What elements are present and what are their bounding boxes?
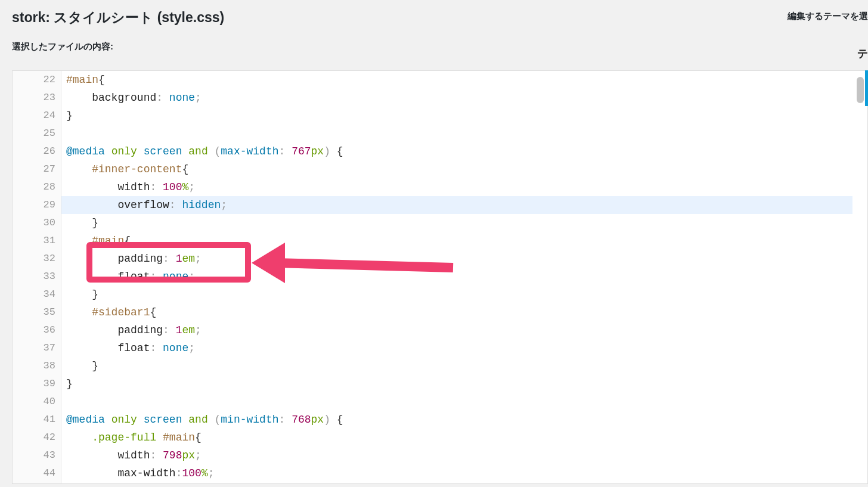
- code-editor-viewport[interactable]: 2223242526272829303132333435363738394041…: [13, 71, 852, 483]
- code-line[interactable]: background: none;: [61, 89, 852, 107]
- code-line[interactable]: #sidebar1{: [61, 303, 852, 321]
- line-number: 39: [13, 375, 55, 393]
- code-line[interactable]: }: [61, 357, 852, 375]
- side-panel-glyph: テ: [857, 46, 868, 61]
- line-number: 29: [13, 196, 55, 214]
- scrollbar-track[interactable]: [855, 75, 865, 483]
- code-line[interactable]: .page-full #main{: [61, 429, 852, 446]
- line-number: 35: [13, 303, 55, 321]
- line-number: 37: [13, 339, 55, 357]
- line-number: 23: [13, 89, 55, 107]
- line-number: 36: [13, 321, 55, 339]
- line-number-gutter: 2223242526272829303132333435363738394041…: [13, 71, 61, 483]
- line-number: 30: [13, 214, 55, 232]
- page-root: stork: スタイルシート (style.css) 編集するテーマを選 選択し…: [0, 0, 868, 487]
- code-line[interactable]: }: [61, 375, 852, 393]
- code-line[interactable]: float: none;: [61, 268, 852, 286]
- code-line[interactable]: max-width:100%;: [61, 464, 852, 482]
- code-line[interactable]: #inner-content{: [61, 160, 852, 178]
- code-line[interactable]: @media only screen and (max-width: 767px…: [61, 142, 852, 160]
- code-line[interactable]: overflow: hidden;: [61, 196, 852, 214]
- code-line[interactable]: }: [61, 107, 852, 125]
- page-header: stork: スタイルシート (style.css): [0, 0, 868, 30]
- code-line[interactable]: [61, 125, 852, 142]
- line-number: 26: [13, 142, 55, 160]
- line-number: 42: [13, 429, 55, 446]
- line-number: 24: [13, 107, 55, 125]
- line-number: 43: [13, 446, 55, 464]
- line-number: 22: [13, 71, 55, 89]
- code-line[interactable]: padding: 1em;: [61, 250, 852, 268]
- code-line[interactable]: float: none;: [61, 339, 852, 357]
- line-number: 25: [13, 125, 55, 142]
- code-line[interactable]: }: [61, 214, 852, 232]
- line-number: 33: [13, 268, 55, 286]
- file-contents-label: 選択したファイルの内容:: [0, 30, 868, 58]
- theme-selector-label: 編集するテーマを選: [788, 11, 868, 22]
- code-line[interactable]: #main{: [61, 232, 852, 250]
- line-number: 41: [13, 411, 55, 429]
- code-line[interactable]: [61, 393, 852, 411]
- code-line[interactable]: }: [61, 286, 852, 303]
- line-number: 28: [13, 178, 55, 196]
- page-title: stork: スタイルシート (style.css): [12, 8, 856, 27]
- line-number: 38: [13, 357, 55, 375]
- code-line[interactable]: #main{: [61, 71, 852, 89]
- code-line[interactable]: width: 100%;: [61, 178, 852, 196]
- line-number: 34: [13, 286, 55, 303]
- code-editor[interactable]: 2223242526272829303132333435363738394041…: [12, 70, 868, 484]
- line-number: 27: [13, 160, 55, 178]
- line-number: 40: [13, 393, 55, 411]
- code-line[interactable]: padding: 1em;: [61, 321, 852, 339]
- code-content[interactable]: #main{ background: none;}@media only scr…: [61, 71, 852, 483]
- line-number: 32: [13, 250, 55, 268]
- line-number: 44: [13, 464, 55, 482]
- scrollbar-thumb[interactable]: [857, 77, 864, 103]
- right-panel-accent: [865, 70, 868, 106]
- line-number: 31: [13, 232, 55, 250]
- code-line[interactable]: @media only screen and (min-width: 768px…: [61, 411, 852, 429]
- code-line[interactable]: width: 798px;: [61, 446, 852, 464]
